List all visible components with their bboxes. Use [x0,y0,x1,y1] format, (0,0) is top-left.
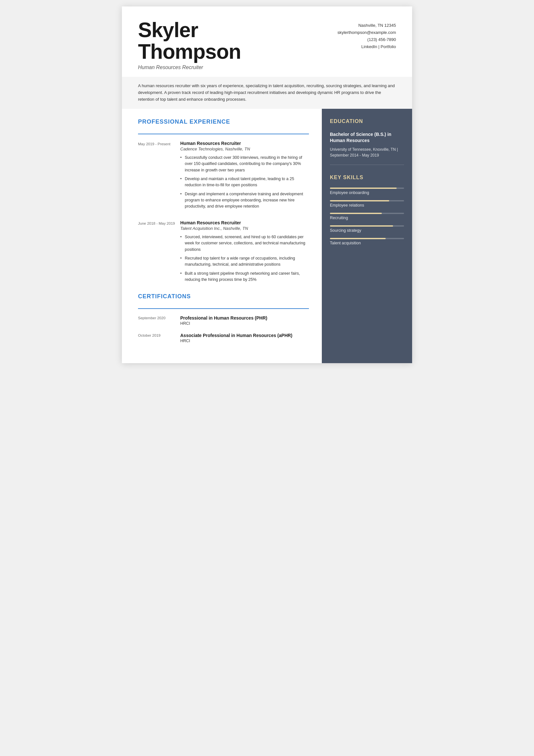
certifications-list: September 2020 Professional in Human Res… [138,315,309,343]
skills-list: Employee onboarding Employee relations R… [330,188,404,245]
skill-bar-fill [330,188,396,189]
cert-date: September 2020 [138,315,175,326]
exp-bullets: Sourced, interviewed, screened, and hire… [180,234,309,283]
exp-job-title: Human Resources Recruiter [180,141,309,146]
right-column: EDUCATION Bachelor of Science (B.S.) in … [322,109,412,364]
skills-title: KEY SKILLS [330,175,404,182]
cert-org: HRCI [180,321,267,326]
skill-bar-fill [330,238,386,239]
skill-bar-bg [330,188,404,189]
summary-text: A human resources recruiter with six yea… [138,83,396,103]
last-name: Thompson [138,40,241,63]
education-section: EDUCATION Bachelor of Science (B.S.) in … [330,119,404,165]
candidate-name: Skyler Thompson [138,19,241,63]
skill-name: Employee relations [330,203,404,207]
left-column: PROFESSIONAL EXPERIENCE May 2019 - Prese… [122,109,322,364]
skill-bar-fill [330,225,393,227]
exp-date: May 2019 - Present [138,141,175,212]
cert-org: HRCI [180,338,292,343]
skill-bar-bg [330,200,404,202]
phone: (123) 456-7890 [337,36,396,43]
skill-name: Employee onboarding [330,190,404,195]
experience-entry: June 2018 - May 2019 Human Resources Rec… [138,220,309,286]
skills-section: KEY SKILLS Employee onboarding Employee … [330,175,404,245]
certifications-section: CERTIFICATIONS September 2020 Profession… [138,293,309,343]
links: LinkedIn | Portfolio [337,43,396,50]
summary-section: A human resources recruiter with six yea… [122,77,412,108]
skill-name: Sourcing strategy [330,228,404,233]
cert-content: Associate Professional in Human Resource… [180,333,292,343]
exp-company: Talent Acquisition Inc., Nashville, TN [180,226,309,231]
experience-list: May 2019 - Present Human Resources Recru… [138,141,309,286]
bullet-item: Sourced, interviewed, screened, and hire… [180,234,309,253]
cert-date: October 2019 [138,333,175,343]
contact-info: Nashville, TN 12345 skylerthompson@examp… [337,19,396,50]
experience-entry: May 2019 - Present Human Resources Recru… [138,141,309,212]
skill-name: Recruiting [330,216,404,220]
bullet-item: Design and implement a comprehensive tra… [180,191,309,210]
skill-item: Employee relations [330,200,404,207]
cert-title: Professional in Human Resources (PHR) [180,315,267,320]
main-content: PROFESSIONAL EXPERIENCE May 2019 - Prese… [122,109,412,364]
skill-bar-fill [330,200,389,202]
exp-date: June 2018 - May 2019 [138,220,175,286]
skill-item: Talent acquisition [330,238,404,245]
bullet-item: Built a strong talent pipeline through n… [180,271,309,283]
edu-degree: Bachelor of Science (B.S.) in Human Reso… [330,131,404,144]
cert-entry: September 2020 Professional in Human Res… [138,315,309,326]
exp-company: Cadence Technologies, Nashville, TN [180,147,309,151]
cert-title: Associate Professional in Human Resource… [180,333,292,338]
exp-content: Human Resources Recruiter Cadence Techno… [180,141,309,212]
education-title: EDUCATION [330,119,404,126]
job-title: Human Resources Recruiter [138,65,241,70]
experience-title: PROFESSIONAL EXPERIENCE [138,119,309,127]
bullet-item: Successfully conduct over 300 interviews… [180,155,309,173]
skill-bar-bg [330,225,404,227]
first-name: Skyler [138,18,198,41]
experience-divider [138,134,309,134]
exp-content: Human Resources Recruiter Talent Acquisi… [180,220,309,286]
email: skylerthompson@example.com [337,29,396,36]
exp-bullets: Successfully conduct over 300 interviews… [180,155,309,210]
skill-item: Employee onboarding [330,188,404,195]
cert-entry: October 2019 Associate Professional in H… [138,333,309,343]
certifications-divider [138,308,309,309]
bullet-item: Develop and maintain a robust talent pip… [180,176,309,189]
skill-name: Talent acquisition [330,241,404,245]
skill-item: Sourcing strategy [330,225,404,233]
header-section: Skyler Thompson Human Resources Recruite… [122,7,412,77]
location: Nashville, TN 12345 [337,22,396,29]
skill-bar-fill [330,213,382,214]
exp-job-title: Human Resources Recruiter [180,220,309,225]
skill-bar-bg [330,238,404,239]
bullet-item: Recruited top talent for a wide range of… [180,255,309,268]
experience-section: PROFESSIONAL EXPERIENCE May 2019 - Prese… [138,119,309,286]
certifications-title: CERTIFICATIONS [138,293,309,302]
skill-bar-bg [330,213,404,214]
resume-document: Skyler Thompson Human Resources Recruite… [122,7,412,363]
edu-institution: University of Tennessee, Knoxville, TN |… [330,147,404,158]
header-left: Skyler Thompson Human Resources Recruite… [138,19,241,70]
cert-content: Professional in Human Resources (PHR) HR… [180,315,267,326]
skill-item: Recruiting [330,213,404,220]
